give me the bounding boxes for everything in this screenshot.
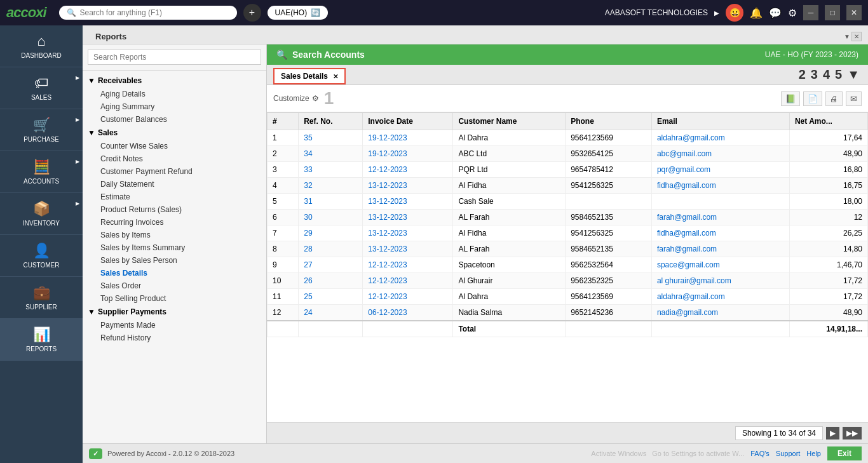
tree-item-refund-history[interactable]: Refund History <box>83 332 266 344</box>
tree-item-sales-order[interactable]: Sales Order <box>83 279 266 292</box>
message-icon[interactable]: 💬 <box>769 7 782 19</box>
sidebar-item-supplier[interactable]: 💼 SUPPLIER <box>0 277 83 319</box>
faq-link[interactable]: FAQ's <box>750 450 770 457</box>
last-page-button[interactable]: ▶▶ <box>843 427 862 440</box>
search-reports-input[interactable] <box>88 50 261 65</box>
maximize-button[interactable]: □ <box>825 5 840 20</box>
tab-pin-button[interactable]: ▼ <box>844 33 850 40</box>
help-link[interactable]: Help <box>806 450 821 457</box>
cell-ref[interactable]: 26 <box>299 273 363 289</box>
num-5-button[interactable]: 5 <box>833 67 844 82</box>
cell-date[interactable]: 12-12-2023 <box>363 273 453 289</box>
cell-email[interactable]: aldahra@gmail.com <box>651 130 789 146</box>
cell-date[interactable]: 13-12-2023 <box>363 210 453 225</box>
cell-date[interactable]: 19-12-2023 <box>363 130 453 146</box>
cell-email[interactable]: farah@gmail.com <box>651 210 789 225</box>
sidebar-item-dashboard[interactable]: ⌂ DASHBOARD <box>0 25 83 67</box>
sidebar-item-inventory[interactable]: 📦 INVENTORY ▶ <box>0 193 83 235</box>
tree-item-credit-notes[interactable]: Credit Notes <box>83 152 266 165</box>
tree-category-sales[interactable]: ▼ Sales <box>83 126 266 140</box>
num-4-button[interactable]: 4 <box>821 67 832 82</box>
cell-ref[interactable]: 25 <box>299 289 363 305</box>
tree-item-daily-statement[interactable]: Daily Statement <box>83 178 266 191</box>
tree-item-aging-details[interactable]: Aging Details <box>83 88 266 100</box>
tree-item-sales-by-items[interactable]: Sales by Items <box>83 229 266 241</box>
more-tabs-button[interactable]: ▼ <box>845 67 862 82</box>
cell-ref[interactable]: 28 <box>299 241 363 257</box>
cell-ref[interactable]: 24 <box>299 305 363 321</box>
settings-icon[interactable]: ⚙ <box>788 7 797 19</box>
tree-item-customer-balances[interactable]: Customer Balances <box>83 113 266 126</box>
col-header-ref: Ref. No. <box>299 113 363 130</box>
cell-ref[interactable]: 32 <box>299 178 363 194</box>
tree-item-sales-by-sales-person[interactable]: Sales by Sales Person <box>83 254 266 267</box>
customize-button[interactable]: Customize ⚙ 1 <box>273 88 336 109</box>
tree-item-product-returns[interactable]: Product Returns (Sales) <box>83 203 266 216</box>
cell-date[interactable]: 12-12-2023 <box>363 257 453 273</box>
cell-ref[interactable]: 27 <box>299 257 363 273</box>
global-search-bar[interactable]: 🔍 <box>59 6 237 20</box>
cell-date[interactable]: 13-12-2023 <box>363 194 453 210</box>
cell-ref[interactable]: 30 <box>299 210 363 225</box>
tab-sales-details-close[interactable]: ✕ <box>333 73 338 80</box>
tab-sales-details[interactable]: Sales Details ✕ <box>273 68 346 84</box>
print-button[interactable]: 🖨 <box>825 91 843 106</box>
cell-email[interactable]: al ghurair@gmail.com <box>651 273 789 289</box>
search-accounts-area[interactable]: 🔍 Search Accounts <box>276 50 365 60</box>
cell-email[interactable]: farah@gmail.com <box>651 241 789 257</box>
cell-email[interactable]: fidha@gmail.com <box>651 178 789 194</box>
cell-date[interactable]: 06-12-2023 <box>363 305 453 321</box>
num-2-button[interactable]: 2 <box>797 67 808 82</box>
sidebar-item-purchase[interactable]: 🛒 PURCHASE ▶ <box>0 109 83 151</box>
sidebar-item-customer[interactable]: 👤 CUSTOMER <box>0 235 83 277</box>
tree-category-receivables[interactable]: ▼ Receivables <box>83 74 266 88</box>
cell-ref[interactable]: 33 <box>299 162 363 178</box>
close-window-button[interactable]: ✕ <box>846 5 862 20</box>
sidebar-item-sales[interactable]: 🏷 SALES ▶ <box>0 67 83 109</box>
cell-date[interactable]: 13-12-2023 <box>363 241 453 257</box>
tree-item-estimate[interactable]: Estimate <box>83 191 266 203</box>
add-button[interactable]: + <box>243 4 261 22</box>
cell-email[interactable]: fidha@gmail.com <box>651 225 789 241</box>
cell-ref[interactable]: 35 <box>299 130 363 146</box>
tree-item-recurring-invoices[interactable]: Recurring Invoices <box>83 216 266 229</box>
tab-close-button[interactable]: ✕ <box>851 32 862 41</box>
tree-item-sales-by-items-summary[interactable]: Sales by Items Summary <box>83 241 266 254</box>
global-search-input[interactable] <box>80 8 220 17</box>
cell-email[interactable] <box>651 194 789 210</box>
cell-date[interactable]: 13-12-2023 <box>363 225 453 241</box>
cell-date[interactable]: 12-12-2023 <box>363 162 453 178</box>
num-3-button[interactable]: 3 <box>809 67 820 82</box>
cell-date[interactable]: 13-12-2023 <box>363 178 453 194</box>
cell-ref[interactable]: 31 <box>299 194 363 210</box>
minimize-button[interactable]: ─ <box>803 5 818 20</box>
tree-item-payments-made[interactable]: Payments Made <box>83 319 266 332</box>
user-avatar[interactable]: 😀 <box>726 4 743 22</box>
cell-email[interactable]: abc@gmail.com <box>651 146 789 162</box>
tree-item-counter-wise-sales[interactable]: Counter Wise Sales <box>83 140 266 152</box>
cell-email[interactable]: space@gmail.com <box>651 257 789 273</box>
tree-item-sales-details[interactable]: Sales Details <box>83 267 266 279</box>
cell-email[interactable]: aldahra@gmail.com <box>651 289 789 305</box>
tree-item-top-selling-product[interactable]: Top Selling Product <box>83 292 266 305</box>
export-pdf-button[interactable]: 📄 <box>803 91 822 106</box>
sidebar-item-reports[interactable]: 📊 REPORTS <box>0 319 83 361</box>
support-link[interactable]: Support <box>776 450 801 457</box>
notification-icon[interactable]: 🔔 <box>750 7 763 19</box>
cell-ref[interactable]: 29 <box>299 225 363 241</box>
tree-item-aging-summary[interactable]: Aging Summary <box>83 100 266 113</box>
email-button[interactable]: ✉ <box>846 91 862 106</box>
tree-item-customer-payment-refund[interactable]: Customer Payment Refund <box>83 165 266 178</box>
export-excel-button[interactable]: 📗 <box>781 91 800 106</box>
exit-button[interactable]: Exit <box>827 446 862 460</box>
tree-category-supplier-payments[interactable]: ▼ Supplier Payments <box>83 305 266 319</box>
sidebar-item-accounts[interactable]: 🧮 ACCOUNTS ▶ <box>0 151 83 193</box>
cell-date[interactable]: 19-12-2023 <box>363 146 453 162</box>
branch-selector[interactable]: UAE(HO) 🔄 <box>268 6 329 20</box>
cell-phone: 9562352325 <box>566 273 652 289</box>
cell-email[interactable]: nadia@gmail.com <box>651 305 789 321</box>
cell-date[interactable]: 12-12-2023 <box>363 289 453 305</box>
cell-email[interactable]: pqr@gmail.com <box>651 162 789 178</box>
cell-ref[interactable]: 34 <box>299 146 363 162</box>
next-page-button[interactable]: ▶ <box>826 427 839 440</box>
